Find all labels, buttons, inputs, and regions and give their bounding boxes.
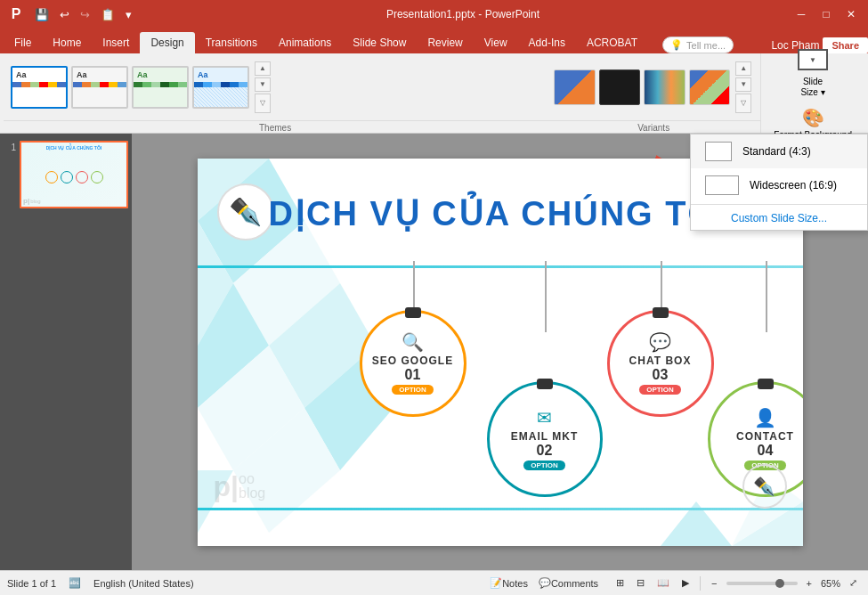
theme-item-4[interactable]: Aa (192, 66, 249, 109)
string-3 (661, 261, 662, 314)
watermark: p| blog (23, 197, 40, 205)
comments-label: Comments (551, 578, 598, 589)
variants-scroll-up[interactable]: ▲ (735, 61, 751, 76)
status-divider (700, 576, 701, 591)
tab-addins[interactable]: Add-Ins (518, 32, 576, 53)
slide-size-icon: ▼ (797, 46, 829, 75)
variants-scroll-down[interactable]: ▼ (735, 77, 751, 92)
lightbulb-icon: 💡 (670, 39, 683, 51)
status-left: Slide 1 of 1 🔤 English (United States) (7, 575, 475, 591)
ornament-clip-contact (758, 379, 774, 389)
custom-slide-size-link[interactable]: Custom Slide Size... (691, 207, 867, 230)
tab-view[interactable]: View (474, 32, 518, 53)
themes-section: Aa Aa (4, 53, 547, 133)
tell-me-placeholder: Tell me... (686, 40, 726, 51)
ornament-clip-email (537, 379, 553, 389)
contact-label: CONTACT (736, 430, 794, 443)
spell-check-icon[interactable]: 🔤 (65, 575, 85, 591)
contact-icon: 👤 (754, 407, 776, 428)
title-bar-controls: ─ □ ✕ (791, 4, 861, 24)
variant-item-1[interactable] (554, 69, 596, 105)
variants-section-label: Variants (547, 120, 760, 133)
zoom-slider[interactable] (726, 582, 798, 585)
ribbon-tab-bar: File Home Insert Design Transitions Anim… (0, 29, 868, 53)
notes-button[interactable]: 📝 Notes (486, 575, 531, 591)
title-bar-left: P 💾 ↩ ↪ 📋 ▾ (7, 5, 134, 23)
status-bar: Slide 1 of 1 🔤 English (United States) 📝… (0, 570, 868, 595)
chat-num: 03 (653, 367, 669, 383)
slide-thumbnail-1[interactable]: DỊCH VỤ CỦA CHÚNG TÔI p| blog (20, 141, 128, 208)
dropdown-divider (691, 204, 867, 205)
slide-sorter-button[interactable]: ⊟ (633, 575, 648, 591)
format-background-icon: 🎨 (802, 107, 824, 128)
variants-scroll-expand[interactable]: ▽ (735, 94, 751, 113)
tab-design[interactable]: Design (140, 32, 194, 53)
theme-item-3[interactable]: Aa (132, 66, 189, 109)
variants-row: ▲ ▼ ▽ (547, 53, 760, 120)
tab-insert[interactable]: Insert (92, 32, 140, 53)
email-icon: ✉ (537, 407, 552, 428)
normal-view-button[interactable]: ⊞ (612, 575, 628, 591)
dropdown-item-widescreen[interactable]: Widescreen (16:9) (691, 168, 867, 202)
status-center: 📝 Notes 💬 Comments (486, 575, 602, 591)
corner-decoration: ✒️ (742, 464, 787, 509)
theme-item-1[interactable]: Aa (11, 66, 68, 109)
pen-icon-area: ✒️ (217, 183, 274, 240)
ornament-seo: 🔍 SEO GOOGLE 01 OPTION (360, 310, 466, 417)
slide-info: Slide 1 of 1 (7, 578, 56, 589)
widescreen-label: Widescreen (16:9) (750, 179, 837, 192)
chat-badge: OPTION (639, 385, 681, 395)
contact-num: 04 (758, 443, 774, 459)
ornament-chat: 💬 CHAT BOX 03 OPTION (607, 310, 714, 417)
themes-scroll-down[interactable]: ▼ (255, 77, 271, 92)
thumb-circle-1 (45, 171, 58, 183)
save-icon[interactable]: 💾 (32, 6, 52, 23)
themes-scroll-expand[interactable]: ▽ (255, 94, 271, 113)
zoom-in-button[interactable]: + (803, 576, 815, 591)
presentation-view-button[interactable]: ▶ (678, 575, 693, 591)
thumb-circle-3 (76, 171, 88, 183)
seo-label: SEO GOOGLE (372, 355, 453, 367)
variants-scroll: ▲ ▼ ▽ (734, 60, 753, 115)
tab-transitions[interactable]: Transitions (195, 32, 268, 53)
tab-animations[interactable]: Animations (268, 32, 342, 53)
slide-size-button[interactable]: ▼ SlideSize ▾ (791, 43, 834, 102)
tab-acrobat[interactable]: ACROBAT (576, 32, 648, 53)
comments-button[interactable]: 💬 Comments (535, 575, 602, 591)
slide-tools-section: ▼ SlideSize ▾ 🎨 Format Background (760, 53, 864, 133)
tell-me-field[interactable]: 💡 Tell me... (662, 37, 734, 53)
thumb-circle-2 (61, 171, 73, 183)
variant-item-2[interactable] (599, 69, 641, 105)
fit-to-window-button[interactable]: ⤢ (846, 575, 861, 591)
tab-review[interactable]: Review (417, 32, 473, 53)
variant-item-4[interactable] (689, 69, 731, 105)
zoom-out-button[interactable]: − (708, 576, 720, 591)
slide-header-line (198, 265, 803, 268)
reading-view-button[interactable]: 📖 (653, 575, 673, 591)
close-button[interactable]: ✕ (841, 4, 861, 24)
string-2 (545, 261, 547, 332)
pen-icon: ✒️ (229, 196, 262, 227)
chat-label: CHAT BOX (629, 355, 692, 367)
variant-item-3[interactable] (644, 69, 685, 105)
redo-icon[interactable]: ↪ (77, 6, 93, 23)
present-icon[interactable]: 📋 (98, 6, 118, 23)
undo-icon[interactable]: ↩ (57, 6, 72, 23)
powerpoint-logo-icon: P (7, 5, 25, 23)
seo-icon: 🔍 (402, 331, 424, 353)
themes-scroll-up[interactable]: ▲ (255, 61, 271, 76)
tab-slideshow[interactable]: Slide Show (342, 32, 417, 53)
theme-item-2[interactable]: Aa (71, 66, 128, 109)
themes-section-label: Themes (4, 120, 547, 133)
email-badge: OPTION (523, 461, 565, 470)
qat-dropdown-icon[interactable]: ▾ (123, 6, 134, 23)
minimize-button[interactable]: ─ (791, 4, 811, 24)
quick-access-toolbar: 💾 ↩ ↪ 📋 ▾ (32, 6, 134, 23)
slide-panel: 1 DỊCH VỤ CỦA CHÚNG TÔI p| blog (0, 134, 132, 570)
tab-file[interactable]: File (4, 32, 42, 53)
tab-home[interactable]: Home (42, 32, 92, 53)
dropdown-item-standard[interactable]: Standard (4:3) (691, 134, 867, 168)
zoom-thumb (775, 579, 784, 588)
maximize-button[interactable]: □ (816, 4, 836, 24)
ornament-email: ✉ EMAIL MKT 02 OPTION (487, 381, 603, 497)
